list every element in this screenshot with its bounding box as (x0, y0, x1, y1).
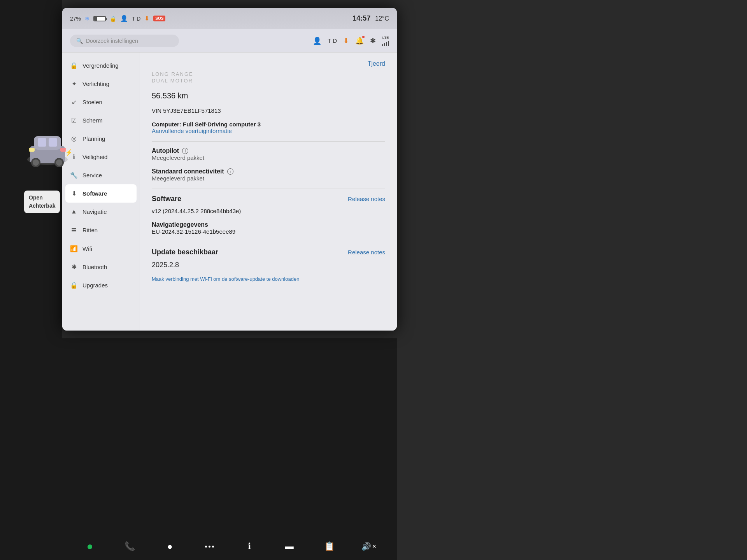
open-trunk-label[interactable]: Open Achterbak (24, 191, 60, 213)
notification-dot (362, 36, 365, 38)
sidebar-item-scherm[interactable]: ☑ Scherm (62, 111, 140, 130)
sidebar-label-planning: Planning (82, 135, 105, 142)
user-display-name: Tjeerd (368, 60, 385, 67)
notification-bell-container: 🔔 (355, 37, 364, 45)
bell-icon: 🔔 (355, 37, 364, 45)
computer-row: Computer: Full Self-Driving computer 3 A… (152, 121, 385, 134)
autopilot-row: Autopilot i Meegeleverd pakket (152, 147, 385, 161)
sidebar-label-upgrades: Upgrades (82, 282, 108, 289)
sidebar: 🔒 Vergrendeling ✦ Verlichting ↙ Stoelen … (62, 52, 140, 331)
sidebar-item-ritten[interactable]: 〓 Ritten (62, 220, 140, 240)
sidebar-item-stoelen[interactable]: ↙ Stoelen (62, 93, 140, 111)
info-button[interactable]: ℹ (241, 538, 258, 555)
seat-sidebar-icon: ↙ (70, 98, 78, 106)
sidebar-item-upgrades[interactable]: 🔒 Upgrades (62, 276, 140, 294)
phone-button[interactable]: 📞 (121, 538, 139, 555)
connectivity-row: Standaard connectiviteit i Meegeleverd p… (152, 168, 385, 182)
sidebar-item-verlichting[interactable]: ✦ Verlichting (62, 75, 140, 93)
menu-button[interactable] (201, 538, 218, 555)
svg-rect-9 (29, 148, 35, 152)
signal-bars (382, 40, 389, 46)
svg-text:⚡: ⚡ (65, 149, 71, 156)
content-panel: Tjeerd LONG RANGE DUAL MOTOR 56.536 km V… (140, 52, 397, 331)
spotify-icon: ● (87, 540, 93, 553)
light-sidebar-icon: ✦ (70, 80, 78, 88)
software-section-title: Software (152, 195, 181, 203)
search-icon: 🔍 (76, 38, 83, 44)
sidebar-label-navigatie: Navigatie (82, 208, 107, 215)
sidebar-item-veiligheid[interactable]: ℹ Veiligheid (62, 148, 140, 166)
software-section-header: Software Release notes (152, 195, 385, 203)
update-section-header: Update beschikbaar Release notes (152, 248, 385, 256)
sidebar-label-stoelen: Stoelen (82, 99, 102, 105)
lte-label: LTE (382, 36, 389, 40)
user-icon: 👤 (120, 15, 128, 22)
search-bar[interactable]: 🔍 Doorzoek instellingen (70, 35, 179, 47)
more-info-link[interactable]: Aanvullende voertuiginformatie (152, 128, 385, 134)
software-version-value: v12 (2024.44.25.2 288ce84bb43e) (152, 208, 385, 214)
sidebar-item-service[interactable]: 🔧 Service (62, 166, 140, 184)
svg-rect-4 (49, 138, 57, 147)
update-note: Maak verbinding met Wi-Fi om de software… (152, 276, 385, 282)
autopilot-value: Meegeleverd pakket (152, 154, 385, 161)
bt-sidebar-icon: ✱ (70, 263, 78, 271)
nav-data-label: Navigatiegegevens (152, 221, 385, 228)
screen: 27% ❄ 🔒 👤 T D ⬇ SOS 14:57 12°C 🔍 Doorzoe… (62, 8, 397, 331)
sidebar-label-verlichting: Verlichting (82, 80, 109, 87)
volume-icon: 🔊 (361, 542, 371, 551)
trips-sidebar-icon: 〓 (70, 226, 78, 234)
open-trunk-line1: Open (29, 194, 55, 202)
divider1 (152, 141, 385, 142)
update-available-label: Update beschikbaar (152, 248, 218, 256)
bluetooth-icon: ✱ (370, 37, 376, 45)
notes-button[interactable]: 📋 (321, 538, 338, 555)
lock-icon: 🔒 (110, 16, 116, 22)
vin-row: VIN 5YJ3E7EB1LF571813 (152, 107, 385, 114)
nav-data-row: Navigatiegegevens EU-2024.32-15126-4e1b5… (152, 221, 385, 235)
media-icon: ▬ (285, 541, 294, 551)
search-placeholder: Doorzoek instellingen (86, 38, 138, 44)
lte-signal: LTE (382, 36, 389, 46)
spotify-button[interactable]: ● (81, 538, 99, 555)
autopilot-header: Autopilot i (152, 147, 385, 154)
vin-value: VIN 5YJ3E7EB1LF571813 (152, 107, 385, 114)
safety-sidebar-icon: ℹ (70, 153, 78, 161)
temperature: 12°C (375, 15, 389, 22)
wifi-sidebar-icon: 📶 (70, 245, 78, 252)
sidebar-item-planning[interactable]: ◎ Planning (62, 130, 140, 148)
sidebar-item-bluetooth[interactable]: ✱ Bluetooth (62, 258, 140, 276)
notes-icon: 📋 (324, 541, 335, 551)
device-frame: 27% ❄ 🔒 👤 T D ⬇ SOS 14:57 12°C 🔍 Doorzoe… (0, 0, 747, 560)
vehicle-name-row: LONG RANGE DUAL MOTOR (152, 71, 385, 84)
odometer-row: 56.536 km (152, 91, 385, 100)
header-user-name: T D (328, 37, 337, 44)
car-area: ⚡ (24, 113, 71, 192)
release-notes-link-1[interactable]: Release notes (348, 196, 385, 202)
sidebar-label-scherm: Scherm (82, 117, 103, 124)
media-button[interactable]: ▬ (281, 538, 298, 555)
sidebar-item-software[interactable]: ⬇ Software (65, 184, 137, 203)
status-user-name: T D (132, 16, 140, 22)
volume-button[interactable]: 🔊 ✕ (360, 538, 378, 555)
upgrades-sidebar-icon: 🔒 (70, 282, 78, 289)
header-bar: 🔍 Doorzoek instellingen 👤 T D ⬇ 🔔 ✱ LTE (62, 29, 397, 52)
sidebar-item-vergrendeling[interactable]: 🔒 Vergrendeling (62, 56, 140, 75)
vehicle-line2: DUAL MOTOR (152, 78, 385, 84)
divider2 (152, 189, 385, 189)
odometer-value: 56.536 km (152, 91, 385, 100)
svg-rect-3 (38, 138, 46, 147)
nav-sidebar-icon: ▲ (70, 208, 78, 215)
lock-sidebar-icon: 🔒 (70, 62, 78, 69)
autopilot-label: Autopilot (152, 147, 179, 154)
dot-button[interactable]: ⬤ (161, 538, 179, 555)
release-notes-link-2[interactable]: Release notes (348, 249, 385, 256)
sidebar-label-service: Service (82, 172, 102, 178)
service-sidebar-icon: 🔧 (70, 172, 78, 179)
sos-badge[interactable]: SOS (153, 16, 165, 21)
svg-point-8 (56, 159, 62, 166)
sidebar-label-wifi: Wifi (82, 245, 92, 252)
open-trunk-line2: Achterbak (29, 202, 55, 210)
download-icon: ⬇ (144, 15, 149, 22)
sidebar-item-navigatie[interactable]: ▲ Navigatie (62, 203, 140, 220)
sidebar-item-wifi[interactable]: 📶 Wifi (62, 240, 140, 258)
